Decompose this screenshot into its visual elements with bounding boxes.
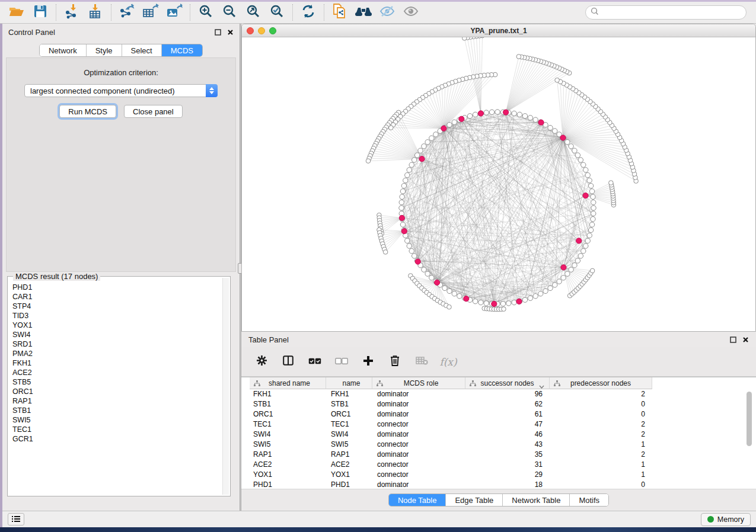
column-header-successor-nodes[interactable]: successor nodes <box>465 377 550 389</box>
show-hidden-button[interactable] <box>399 4 423 21</box>
mcds-result-item[interactable]: SWI4 <box>9 330 222 339</box>
mcds-result-item[interactable]: ACE2 <box>9 368 222 377</box>
mcds-result-item[interactable]: YOX1 <box>9 321 222 330</box>
mcds-result-item[interactable]: STB5 <box>9 377 222 387</box>
table-row[interactable]: ACE2ACE2connector311 <box>250 460 756 470</box>
table-cell: 2 <box>550 419 652 430</box>
refresh-button[interactable] <box>296 4 320 21</box>
export-table-button[interactable] <box>139 4 162 21</box>
close-panel-button[interactable] <box>227 28 234 36</box>
mcds-result-item[interactable]: RAP1 <box>9 396 222 406</box>
export-image-button[interactable] <box>162 4 186 21</box>
search-network-button[interactable] <box>352 4 375 21</box>
table-settings-button[interactable] <box>254 355 269 369</box>
table-cell: 2 <box>550 450 652 460</box>
mcds-result-item[interactable]: SWI5 <box>9 415 222 425</box>
tab-style[interactable]: Style <box>87 44 122 56</box>
table-row[interactable]: PHD1PHD1dominator180 <box>250 480 756 490</box>
tab-select[interactable]: Select <box>122 44 162 56</box>
table-row[interactable]: TEC1TEC1connector472 <box>250 419 756 430</box>
gear-icon <box>256 355 267 368</box>
function-builder-button[interactable]: f(x) <box>441 355 455 369</box>
float-panel-button[interactable] <box>214 28 221 36</box>
mcds-result-item[interactable]: GCR1 <box>9 434 222 444</box>
table-row[interactable]: FKH1FKH1dominator962 <box>250 389 756 399</box>
task-history-button[interactable] <box>8 513 24 525</box>
table-scrollbar-thumb[interactable] <box>747 392 752 446</box>
trash-icon <box>390 355 400 368</box>
table-cell: FKH1 <box>250 389 326 399</box>
table-cell: 61 <box>465 409 550 419</box>
tab-edge-table[interactable]: Edge Table <box>446 494 503 506</box>
import-table-button[interactable] <box>84 4 107 21</box>
mcds-result-item[interactable]: TEC1 <box>9 425 222 434</box>
column-header-shared-name[interactable]: shared name <box>250 377 326 389</box>
memory-button[interactable]: Memory <box>701 513 751 526</box>
mcds-result-item[interactable]: FKH1 <box>9 358 222 368</box>
float-table-panel-button[interactable] <box>729 336 736 343</box>
close-table-panel-button[interactable] <box>742 336 749 343</box>
mcds-result-item[interactable]: STB1 <box>9 406 222 415</box>
column-header-name[interactable]: name <box>326 377 372 389</box>
table-row[interactable]: RAP1RAP1dominator352 <box>250 450 756 460</box>
table-cell: 31 <box>465 460 550 470</box>
export-network-button[interactable] <box>115 4 139 21</box>
clone-network-button[interactable] <box>328 4 352 21</box>
tab-motifs[interactable]: Motifs <box>570 494 608 506</box>
memory-label: Memory <box>717 515 744 524</box>
mcds-result-item[interactable]: PHD1 <box>9 283 222 292</box>
zoom-in-button[interactable] <box>194 4 218 21</box>
table-cell: 0 <box>550 409 652 419</box>
mcds-result-item[interactable]: STP4 <box>9 302 222 311</box>
table-cell: 0 <box>550 399 652 409</box>
table-cell: dominator <box>372 450 465 460</box>
table-scrollbar[interactable] <box>747 390 752 486</box>
table-row[interactable]: SWI5SWI5connector431 <box>250 440 756 450</box>
mcds-result-item[interactable]: TID3 <box>9 311 222 321</box>
hide-selected-button[interactable] <box>375 4 399 21</box>
delete-column-button[interactable] <box>388 355 402 369</box>
close-panel-button-mcds[interactable]: Close panel <box>124 105 183 118</box>
open-folder-button[interactable] <box>5 4 28 21</box>
search-network-icon <box>355 5 372 20</box>
add-column-button[interactable] <box>361 355 375 369</box>
table-cell: connector <box>372 419 465 430</box>
tab-node-table[interactable]: Node Table <box>389 494 446 506</box>
tab-network-table[interactable]: Network Table <box>503 494 570 506</box>
zoom-out-button[interactable] <box>218 4 241 21</box>
table-row[interactable]: STB1STB1dominator620 <box>250 399 756 409</box>
mcds-result-scrollbar[interactable] <box>222 278 229 495</box>
network-canvas[interactable] <box>242 37 755 332</box>
select-all-button[interactable] <box>308 355 322 369</box>
table-row[interactable]: ORC1ORC1dominator610 <box>250 409 756 419</box>
table-delete-icon <box>416 356 428 367</box>
search-input[interactable] <box>602 8 741 17</box>
tab-mcds[interactable]: MCDS <box>162 44 202 56</box>
table-row[interactable]: YOX1YOX1connector291 <box>250 470 756 480</box>
criterion-dropdown[interactable]: largest connected component (undirected) <box>24 84 218 97</box>
mcds-result-item[interactable]: SRD1 <box>9 339 222 349</box>
zoom-out-icon <box>222 4 237 21</box>
split-view-button[interactable] <box>281 355 295 369</box>
delete-table-button[interactable] <box>414 355 429 369</box>
column-header-mcds-role[interactable]: MCDS role <box>372 377 465 389</box>
table-cell: TEC1 <box>250 419 326 430</box>
tab-network[interactable]: Network <box>40 44 87 56</box>
mcds-result-item[interactable]: CAR1 <box>9 292 222 302</box>
deselect-all-button[interactable] <box>334 355 349 369</box>
run-mcds-button[interactable]: Run MCDS <box>59 105 116 118</box>
mcds-result-item[interactable]: ORC1 <box>9 387 222 396</box>
network-window-titlebar[interactable]: YPA_prune.txt_1 <box>242 24 755 37</box>
table-row[interactable]: SWI4SWI4dominator462 <box>250 430 756 440</box>
column-header-predecessor-nodes[interactable]: predecessor nodes <box>550 377 652 389</box>
save-button[interactable] <box>28 4 52 21</box>
mcds-result-list[interactable]: PHD1CAR1STP4TID3YOX1SWI4SRD1PMA2FKH1ACE2… <box>9 278 222 494</box>
zoom-fit-button[interactable] <box>241 4 265 21</box>
table-cell: PHD1 <box>250 480 326 490</box>
zoom-selected-button[interactable] <box>265 4 289 21</box>
zoom-selected-icon <box>270 4 284 21</box>
mcds-result-item[interactable]: PMA2 <box>9 349 222 358</box>
global-search-field[interactable] <box>585 5 747 20</box>
table-cell: ORC1 <box>326 409 372 419</box>
import-network-button[interactable] <box>60 4 84 21</box>
